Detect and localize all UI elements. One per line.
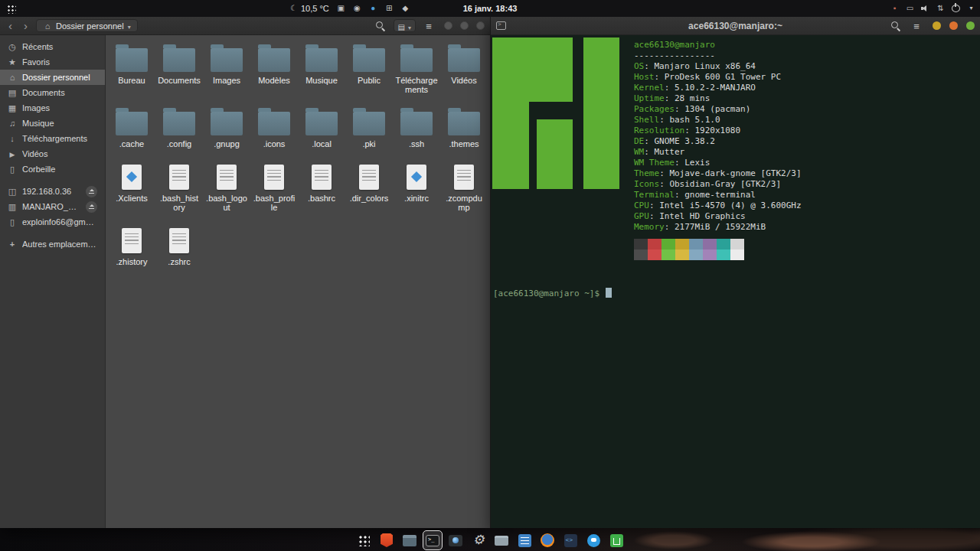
eject-button[interactable]	[86, 201, 97, 213]
terminal-indicator-icon[interactable]	[337, 0, 345, 17]
neofetch-value: Obsidian-Gray [GTK2/3]	[669, 179, 781, 189]
volume-icon[interactable]	[921, 4, 929, 13]
code-app-icon[interactable]	[560, 530, 580, 550]
messenger-app-icon[interactable]	[583, 530, 603, 550]
file-item[interactable]: .bash_profile	[250, 161, 298, 212]
neofetch-line: GPUIntel HD Graphics	[634, 211, 802, 222]
software-app-icon[interactable]	[606, 530, 626, 550]
maximize-button[interactable]	[949, 21, 958, 30]
applications-menu-button[interactable]	[6, 0, 16, 17]
network-icon[interactable]	[936, 0, 945, 17]
sidebar-item[interactable]: Téléchargements	[0, 131, 105, 146]
sidebar-item[interactable]: Dossier personnel	[0, 70, 105, 85]
file-item[interactable]: Modèles	[250, 43, 298, 94]
file-item[interactable]: .zhistory	[108, 224, 155, 266]
file-item[interactable]: .dir_colors	[345, 161, 393, 212]
screencast-icon[interactable]	[890, 0, 899, 17]
file-item[interactable]: .ssh	[393, 106, 440, 148]
text-editor-app-icon[interactable]	[514, 530, 534, 550]
app-indicator-icon[interactable]	[369, 0, 377, 17]
neofetch-line: CPUIntel i5-4570 (4) @ 3.600GHz	[634, 201, 802, 211]
chevron-down-icon[interactable]	[967, 0, 975, 17]
palette-swatch	[634, 249, 648, 260]
file-item[interactable]: .bash_history	[155, 161, 203, 212]
file-item[interactable]: .cache	[108, 106, 155, 148]
eject-button[interactable]	[86, 186, 97, 197]
files-content[interactable]: Bureau Documents Images Modèles	[106, 35, 490, 528]
menu-button[interactable]	[421, 19, 436, 33]
file-item[interactable]: .zshrc	[155, 224, 203, 266]
sidebar-item[interactable]: Documents	[0, 85, 105, 100]
weather-indicator[interactable]: 10,5 °C	[289, 0, 329, 17]
settings-app-icon[interactable]	[469, 530, 488, 550]
file-item[interactable]: .zcompdump	[440, 161, 488, 212]
terminal-headerbar: ace66130@manjaro:~	[491, 17, 980, 35]
close-button[interactable]	[476, 21, 485, 30]
maximize-button[interactable]	[460, 21, 469, 30]
file-item[interactable]: .gnupg	[203, 106, 250, 148]
file-item[interactable]: Documents	[155, 43, 203, 94]
palette-swatch	[662, 239, 675, 249]
sidebar-device-item[interactable]: 192.168.0.36	[0, 184, 105, 199]
shield-indicator-icon[interactable]	[401, 0, 410, 17]
file-item[interactable]: Public	[345, 43, 393, 94]
neofetch-user-host: ace66130@manjaro	[634, 40, 802, 51]
file-item[interactable]: .Xclients	[108, 161, 155, 212]
sidebar-item-other-locations[interactable]: Autres emplacements	[0, 236, 105, 252]
grid-indicator-icon[interactable]	[385, 0, 394, 17]
file-item[interactable]: Musique	[298, 43, 345, 94]
camera-app-icon[interactable]	[446, 530, 466, 550]
view-options-button[interactable]	[394, 19, 416, 32]
minimize-button[interactable]	[933, 21, 941, 30]
sidebar-device-item[interactable]: MANJARO_GNO...	[0, 199, 105, 214]
file-item[interactable]: Bureau	[108, 43, 155, 94]
sidebar-item[interactable]: Musique	[0, 116, 105, 131]
files-app-icon[interactable]	[400, 530, 420, 550]
show-apps-button[interactable]	[354, 530, 374, 550]
menu-button[interactable]	[909, 19, 924, 33]
sidebar-item[interactable]: Corbeille	[0, 161, 105, 177]
file-item[interactable]: Vidéos	[440, 43, 488, 94]
display-icon[interactable]	[906, 0, 914, 17]
file-item[interactable]: .bashrc	[298, 161, 345, 212]
file-item[interactable]: .bash_logout	[203, 161, 250, 212]
device-label: exploinfo66@gmail....	[22, 217, 97, 227]
file-item[interactable]: Téléchargements	[393, 43, 440, 94]
file-item[interactable]: .pki	[345, 106, 393, 148]
minimize-button[interactable]	[444, 21, 452, 30]
sidebar-item[interactable]: Vidéos	[0, 146, 105, 161]
firefox-app-icon[interactable]	[537, 530, 557, 550]
search-button[interactable]	[888, 19, 903, 33]
palette-swatch	[730, 239, 744, 249]
neofetch-line: ThemeMojave-dark-gnome [GTK2/3]	[634, 168, 802, 179]
back-button[interactable]: ‹	[5, 18, 15, 34]
power-icon[interactable]	[952, 5, 960, 12]
file-manager-app-icon[interactable]	[492, 530, 511, 550]
sidebar-item[interactable]: Favoris	[0, 54, 105, 70]
sidebar-item-label: Téléchargements	[22, 134, 97, 143]
system-status-area[interactable]	[890, 0, 975, 17]
terminal-body[interactable]: ace66130@manjaro ---------------- OSManj…	[491, 35, 980, 528]
forward-button[interactable]: ›	[21, 18, 31, 34]
sidebar-device-item[interactable]: exploinfo66@gmail....	[0, 214, 105, 230]
location-button[interactable]: Dossier personnel	[36, 19, 138, 32]
terminal-app-icon[interactable]	[423, 530, 443, 550]
search-button[interactable]	[373, 19, 388, 33]
neofetch-line: WM ThemeLexis	[634, 158, 802, 168]
sidebar-item[interactable]: Images	[0, 100, 105, 116]
file-item-icon	[122, 228, 142, 253]
device-icon	[8, 187, 17, 197]
close-button[interactable]	[966, 21, 975, 30]
file-item[interactable]: .themes	[440, 106, 488, 148]
clock-button[interactable]: 16 janv. 18:43	[463, 0, 518, 17]
file-item[interactable]: .icons	[250, 106, 298, 148]
brave-browser-icon[interactable]	[377, 530, 397, 550]
neofetch-label: OS	[634, 61, 655, 71]
camera-indicator-icon[interactable]	[353, 0, 361, 17]
file-item[interactable]: .local	[298, 106, 345, 148]
sidebar-item[interactable]: Récents	[0, 39, 105, 54]
file-item[interactable]: Images	[203, 43, 250, 94]
file-item[interactable]: .xinitrc	[393, 161, 440, 212]
file-item[interactable]: .config	[155, 106, 203, 148]
file-item-label: .gnupg	[214, 139, 240, 148]
